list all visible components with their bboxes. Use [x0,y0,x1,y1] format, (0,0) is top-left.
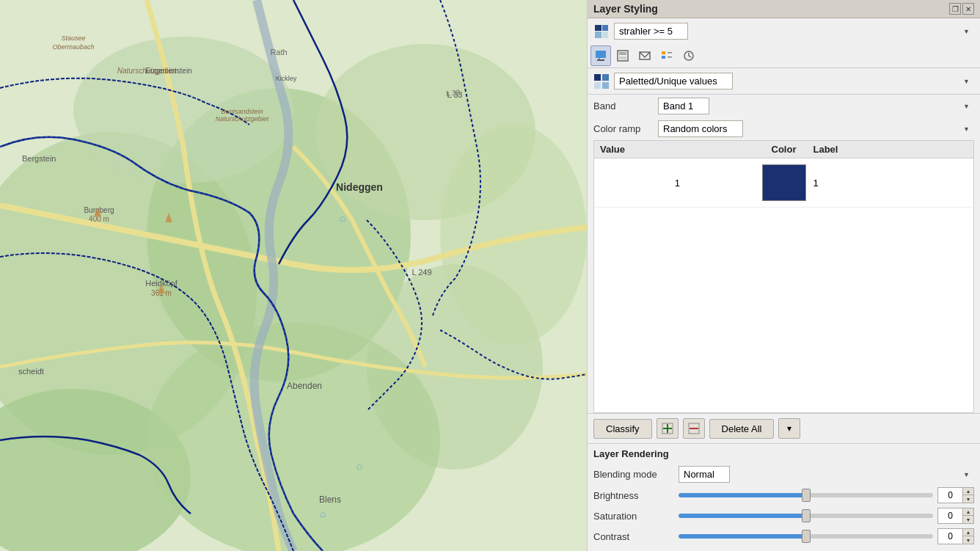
saturation-slider[interactable] [679,509,933,522]
color-ramp-select[interactable]: Random colors [658,120,743,137]
contrast-row: Contrast 0 ▲ ▼ [593,526,974,547]
svg-rect-37 [597,59,604,61]
svg-text:Kickley: Kickley [276,75,297,82]
svg-text:Naturschutzgebiet: Naturschutzgebiet [216,115,269,123]
sidebar-icons-row [588,44,980,68]
svg-point-7 [440,125,587,345]
svg-text:L 249: L 249 [412,268,431,277]
layer-icon [593,23,610,40]
svg-rect-42 [662,51,665,54]
color-table-header: Value Color Label [594,141,973,158]
svg-text:L 33: L 33 [446,88,461,98]
contrast-up[interactable]: ▲ [963,529,973,536]
color-table: Value Color Label 1 1 [593,140,974,413]
row-label: 1 [813,178,968,189]
contrast-down[interactable]: ▼ [963,536,973,544]
col-value: Value [600,144,755,155]
color-ramp-label: Color ramp [593,123,652,134]
svg-text:⌂: ⌂ [320,508,326,519]
band-label: Band [593,101,652,112]
panel-header-controls: ❐ ✕ [949,3,974,15]
contrast-spinbox[interactable]: 0 ▲ ▼ [937,528,974,544]
svg-rect-50 [602,82,609,89]
row-value: 1 [600,178,755,189]
brightness-row: Brightness 0 ▲ ▼ [593,485,974,506]
map-canvas[interactable]: Rath Naturschutzgebiet Stausee Obermauba… [0,0,587,551]
layer-rendering-title: Layer Rendering [593,448,974,459]
panel-content: Paletted/Unique values Band Band 1 Color… [588,68,980,551]
svg-rect-45 [668,56,672,58]
color-swatch[interactable] [762,164,806,201]
renderer-select[interactable]: Paletted/Unique values [614,73,733,90]
contrast-label: Contrast [593,531,674,542]
svg-text:Abenden: Abenden [287,381,322,391]
blending-mode-row: Blending mode Normal [593,464,974,485]
col-label: Label [813,144,968,155]
svg-text:Eugenienstein: Eugenienstein [145,67,191,75]
color-ramp-row: Color ramp Random colors [588,117,980,140]
svg-text:Rath: Rath [270,48,287,56]
band-select-wrapper: Band 1 [658,98,974,114]
remove-button[interactable] [683,418,705,439]
panel-title: Layer Styling [593,3,658,15]
svg-rect-47 [594,74,601,81]
brightness-label: Brightness [593,490,674,501]
layer-select[interactable]: strahler >= 5 [614,23,688,40]
saturation-spinbox[interactable]: 0 ▲ ▼ [937,508,974,524]
history-icon-btn[interactable] [679,45,699,66]
paint-icon-btn[interactable] [590,45,611,66]
saturation-value: 0 [938,509,962,522]
renderer-icon [593,73,610,90]
svg-rect-43 [662,56,665,59]
saturation-label: Saturation [593,511,674,522]
svg-text:Buntsandstein: Buntsandstein [221,108,263,115]
close-button[interactable]: ✕ [962,3,974,15]
saturation-down[interactable]: ▼ [963,516,973,523]
brightness-slider[interactable] [679,489,933,502]
svg-rect-44 [668,52,672,54]
svg-text:⌂: ⌂ [340,212,345,224]
blending-mode-label: Blending mode [593,469,674,480]
classify-row: Classify Delete All ▾ [588,413,980,443]
svg-rect-40 [619,56,626,59]
more-button[interactable]: ▾ [778,418,800,439]
layer-dropdown-row: strahler >= 5 [588,18,980,44]
renderer-select-wrapper: Paletted/Unique values [614,73,974,90]
brightness-spinbox[interactable]: 0 ▲ ▼ [937,487,974,503]
svg-text:⌂: ⌂ [356,460,362,472]
svg-point-6 [147,323,440,551]
add-button[interactable] [657,418,679,439]
svg-text:Bergstein: Bergstein [22,154,56,163]
svg-text:scheidt: scheidt [18,367,44,376]
svg-text:Obermaubach: Obermaubach [52,43,94,51]
svg-rect-48 [602,74,609,81]
saturation-row: Saturation 0 ▲ ▼ [593,506,974,526]
layer-icon-btn[interactable] [612,45,633,66]
svg-text:Stausee: Stausee [61,34,85,42]
band-row: Band Band 1 [588,95,980,117]
brightness-value: 0 [938,489,962,502]
svg-rect-49 [594,82,601,89]
brightness-down[interactable]: ▼ [963,495,973,503]
delete-all-button[interactable]: Delete All [709,419,775,439]
restore-button[interactable]: ❐ [949,3,961,15]
layer-rendering-section: Layer Rendering Blending mode Normal Bri… [588,443,980,551]
legend-icon-btn[interactable] [657,45,677,66]
svg-rect-35 [596,51,606,58]
layer-select-wrapper: strahler >= 5 [614,23,974,40]
svg-rect-39 [619,52,626,55]
blending-mode-select[interactable]: Normal [679,466,730,483]
svg-rect-54 [690,428,698,429]
classify-button[interactable]: Classify [593,419,652,439]
saturation-up[interactable]: ▲ [963,508,973,516]
svg-text:Nideggen: Nideggen [336,181,383,193]
col-color: Color [755,144,813,155]
contrast-slider[interactable] [679,530,933,543]
band-select[interactable]: Band 1 [658,98,709,114]
brightness-up[interactable]: ▲ [963,488,973,495]
panel-header: Layer Styling ❐ ✕ [588,0,980,18]
renderer-row: Paletted/Unique values [593,73,974,90]
svg-rect-52 [667,424,668,433]
envelope-icon-btn[interactable] [635,45,655,66]
contrast-value: 0 [938,530,962,543]
